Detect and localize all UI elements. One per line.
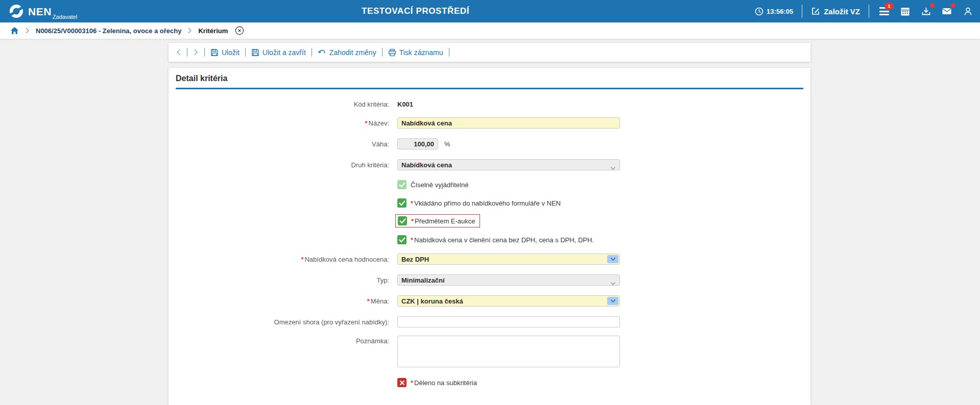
- environment-title: TESTOVACÍ PROSTŘEDÍ: [362, 0, 469, 22]
- printer-icon: [388, 48, 396, 57]
- check-row-price-breakdown: *Nabídková cena v členění cena bez DPH, …: [169, 234, 594, 245]
- field-row-name: *Název:: [169, 117, 620, 129]
- name-input[interactable]: [397, 117, 620, 129]
- numeric-label: Číselně vyjádřitelné: [411, 181, 468, 189]
- discard-changes-button[interactable]: Zahodit změny: [318, 48, 376, 57]
- breadcrumb: N006/25/V00003106 - Zelenina, ovoce a oř…: [0, 22, 980, 39]
- type-select[interactable]: Minimalizační: [397, 274, 620, 286]
- code-value: K001: [397, 100, 413, 108]
- weight-label: Váha:: [169, 140, 393, 148]
- price-breakdown-label: *Nabídková cena v členění cena bez DPH, …: [411, 236, 594, 244]
- brand-name: NEN: [28, 6, 52, 17]
- save-label: Uložit: [222, 48, 240, 57]
- undo-icon: [318, 48, 326, 56]
- close-circle-icon[interactable]: [235, 26, 244, 35]
- save-and-close-button[interactable]: Uložit a zavřít: [251, 48, 306, 57]
- page: NEN Zadavatel TESTOVACÍ PROSTŘEDÍ 13:56:…: [0, 0, 980, 405]
- home-icon[interactable]: [10, 27, 19, 35]
- current-time: 13:56:05: [767, 8, 793, 15]
- title-rule: [176, 88, 803, 89]
- chevron-down-icon: [607, 255, 618, 263]
- chevron-down-icon: [610, 163, 616, 172]
- direct-entry-label: *Vkládáno přímo do nabídkového formuláře…: [411, 199, 561, 207]
- chevron-right-icon: [25, 28, 30, 34]
- price-breakdown-checkbox[interactable]: [397, 235, 407, 244]
- chevron-right-icon: [187, 28, 192, 34]
- previous-record-button[interactable]: [176, 48, 181, 56]
- currency-select[interactable]: CZK | koruna česká: [397, 295, 620, 307]
- save-icon: [210, 48, 219, 57]
- chevron-down-icon: [607, 297, 618, 305]
- top-bar-controls: 13:56:05 Založit VZ 1: [755, 0, 974, 22]
- mail-notification-dot: [951, 3, 955, 8]
- name-label: *Název:: [169, 119, 393, 127]
- divider: [869, 5, 869, 18]
- currency-label: *Měna:: [169, 297, 393, 305]
- download-notification-dot: [930, 3, 935, 8]
- upper-limit-label: Omezení shora (pro vyřazení nabídky):: [169, 318, 393, 326]
- user-icon[interactable]: [962, 5, 974, 17]
- check-row-subcriteria: *Děleno na subkritéria: [169, 377, 477, 388]
- numeric-checkbox[interactable]: [397, 180, 407, 189]
- field-row-evaluated: *Nabídková cena hodnocena: Bez DPH: [169, 254, 620, 265]
- code-label: Kód kritéria:: [169, 100, 393, 108]
- create-tender-button[interactable]: Založit VZ: [811, 7, 860, 16]
- field-row-type: Typ: Minimalizační: [169, 274, 620, 286]
- mail-icon[interactable]: [941, 5, 953, 17]
- next-record-button[interactable]: [193, 48, 199, 56]
- clock-widget: 13:56:05: [755, 7, 793, 16]
- criterion-detail-panel: Detail kritéria Kód kritéria: K001 *Náze…: [169, 68, 810, 405]
- subcriteria-label: *Děleno na subkritéria: [411, 379, 477, 387]
- type-label: Typ:: [169, 276, 393, 284]
- field-row-kind: Druh kritéria: Nabídková cena: [169, 159, 620, 170]
- subcriteria-checkbox[interactable]: [397, 378, 407, 387]
- discard-changes-label: Zahodit změny: [329, 48, 376, 57]
- breadcrumb-current: Kritérium: [198, 27, 228, 35]
- save-icon: [251, 48, 259, 57]
- field-row-upper-limit: Omezení shora (pro vyřazení nabídky):: [169, 316, 620, 327]
- divider: [802, 5, 802, 18]
- divider: [382, 48, 383, 57]
- hamburger-menu-icon[interactable]: 1: [878, 5, 890, 17]
- create-tender-label: Založit VZ: [824, 7, 860, 16]
- divider: [187, 48, 187, 57]
- brand: NEN Zadavatel: [28, 6, 77, 17]
- field-row-code: Kód kritéria: K001: [169, 98, 413, 110]
- eauction-checkbox[interactable]: [398, 216, 407, 225]
- save-and-close-label: Uložit a zavřít: [262, 48, 306, 57]
- divider: [312, 48, 312, 57]
- field-row-note: Poznámka:: [169, 336, 620, 367]
- divider: [245, 48, 246, 57]
- nen-logo-icon: [8, 3, 25, 19]
- weight-input[interactable]: [397, 138, 438, 149]
- print-record-button[interactable]: Tisk záznamu: [388, 48, 443, 57]
- panel-title: Detail kritéria: [176, 74, 227, 83]
- breadcrumb-tender-link[interactable]: N006/25/V00003106 - Zelenina, ovoce a oř…: [36, 27, 181, 35]
- eauction-label: *Předmětem E-aukce: [411, 217, 475, 225]
- direct-entry-checkbox[interactable]: [397, 198, 407, 208]
- weight-suffix: %: [444, 140, 450, 148]
- brand-sub: Zadavatel: [53, 14, 77, 20]
- kind-label: Druh kritéria:: [169, 161, 393, 169]
- check-row-direct-entry: *Vkládáno přímo do nabídkového formuláře…: [169, 197, 561, 209]
- nen-logo[interactable]: NEN Zadavatel: [8, 0, 77, 22]
- print-record-label: Tisk záznamu: [399, 48, 443, 57]
- note-textarea[interactable]: [397, 336, 620, 367]
- clock-icon: [755, 7, 763, 16]
- kind-select[interactable]: Nabídková cena: [397, 159, 620, 170]
- evaluated-select[interactable]: Bez DPH: [397, 254, 620, 265]
- record-toolbar: Uložit Uložit a zavřít Zahodit změny Tis…: [169, 43, 810, 62]
- calendar-icon[interactable]: [899, 5, 911, 17]
- download-tray-icon[interactable]: [920, 5, 932, 17]
- upper-limit-input[interactable]: [397, 316, 620, 327]
- divider: [449, 48, 449, 57]
- top-bar: NEN Zadavatel TESTOVACÍ PROSTŘEDÍ 13:56:…: [0, 0, 980, 22]
- evaluated-label: *Nabídková cena hodnocena:: [169, 256, 393, 263]
- field-row-currency: *Měna: CZK | koruna česká: [169, 295, 620, 307]
- save-button[interactable]: Uložit: [210, 48, 240, 57]
- check-row-numeric: Číselně vyjádřitelné: [169, 179, 468, 190]
- field-row-weight: Váha: %: [169, 138, 450, 149]
- check-row-eauction-highlight: *Předmětem E-aukce: [395, 214, 480, 227]
- edit-icon: [811, 7, 820, 16]
- note-label: Poznámka:: [169, 336, 393, 345]
